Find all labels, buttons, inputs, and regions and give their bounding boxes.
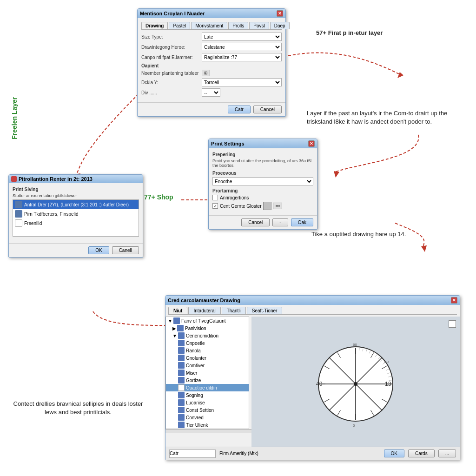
cad-inner: ▼ Fanv of TivegGataunt ▶ Panivision ▼ Oe…	[165, 317, 460, 451]
tree-gortize-icon	[178, 377, 185, 383]
tree-root[interactable]: ▼ Fanv of TivegGataunt	[166, 317, 249, 324]
tree-convred-icon	[178, 414, 185, 421]
close-btn-cad[interactable]: ✕	[451, 297, 457, 304]
div-select[interactable]: --	[202, 88, 220, 97]
pub-close-icon[interactable]	[11, 176, 17, 182]
minus-button[interactable]: -	[272, 218, 288, 226]
top-right-title: 57+ Firat p in-etur layer	[316, 29, 456, 37]
tab-drawing[interactable]: Drawing	[141, 22, 168, 29]
tree-panivision[interactable]: ▶ Panivision	[166, 324, 249, 332]
middle-green-label: 77+ Shop	[144, 193, 173, 202]
annrogertions-checkbox[interactable]	[212, 195, 218, 200]
preperiing-desc: Proid yoc send ui atter the promidoiting…	[212, 159, 313, 168]
cad-tab-niut[interactable]: Niut	[168, 307, 187, 314]
tree-comtiver[interactable]: Comtiver	[166, 362, 249, 369]
tree-ranola[interactable]: Ranola	[166, 347, 249, 354]
tree-luoariise[interactable]: Luoariise	[166, 399, 249, 406]
list-item-1[interactable]: Pirn Tkdfberters, Finspelid	[13, 209, 139, 218]
drawintegong-label: Drawintegong Heroe:	[141, 45, 202, 50]
cad-tab-seaft[interactable]: Seaft-Tioner	[247, 307, 283, 314]
color-swatch[interactable]	[263, 202, 271, 210]
top-right-body: Layer if the past an layut's ir the Com-…	[307, 109, 456, 126]
tab-pastel[interactable]: Pastel	[169, 22, 190, 29]
color-button[interactable]: ▪▪▪	[273, 203, 282, 209]
tree-gortize[interactable]: Gortize	[166, 377, 249, 384]
tree-sogning[interactable]: Sogning	[166, 391, 249, 399]
svg-marker-0	[397, 72, 403, 78]
tree-gnolunter[interactable]: Gnolunter	[166, 354, 249, 362]
proeovous-select[interactable]: Enoothe	[212, 177, 313, 185]
checkbox-annrogertions: Annrogertions	[212, 195, 313, 200]
status-input-catr[interactable]	[169, 450, 216, 458]
tab-povsl[interactable]: Povsl	[249, 22, 269, 29]
publication-footer: OK Canell	[9, 243, 143, 257]
tree-ouaotioe[interactable]: Ouaotioe dildin	[166, 384, 249, 391]
svg-text:40: 40	[384, 360, 389, 364]
close-btn-print-settings[interactable]: ✕	[308, 140, 315, 147]
cancel-button-mentor[interactable]: Cancel	[253, 106, 282, 113]
cad-statusbar: Firm Ameritiy (Mtk) OK Cards ...	[165, 447, 460, 460]
tree-onpoetle[interactable]: Onpoetle	[166, 339, 249, 347]
catr-button[interactable]: Catr	[228, 106, 251, 113]
publication-titlebar: Pitrollantion Renter in 2t: 2013	[9, 175, 143, 183]
tree-const[interactable]: Const Settion	[166, 406, 249, 414]
list-item-2[interactable]: Freenilid	[13, 218, 139, 228]
div-label: Div ......	[141, 90, 202, 95]
svg-marker-1	[334, 171, 339, 178]
cad-dialog: Cred carcolamauster Drawing ✕ Niut Intad…	[165, 295, 460, 460]
list-item-0[interactable]: Antral Drer (2Yt), (Lurchter (3:1 201 :)…	[13, 200, 139, 209]
svg-text:0: 0	[353, 423, 355, 428]
tree-tier-icon	[178, 422, 185, 428]
proeovous-section: Proeovous	[212, 171, 313, 176]
cad-titlebar: Cred carcolamauster Drawing ✕	[165, 296, 460, 305]
cad-tabs: Niut Intaduteral Thantli Seaft-Tioner	[168, 307, 457, 315]
ellipsis-button[interactable]: ...	[438, 450, 456, 457]
tree-convred[interactable]: Convred	[166, 414, 249, 421]
prortarning-section: Prortarning	[212, 188, 313, 193]
tree-miser-icon	[178, 370, 185, 376]
mentor-tabs: Drawing Pastel Monvstament Prolls Povsl …	[141, 22, 282, 30]
canpo-select[interactable]: Ragllebalize :77	[202, 53, 282, 61]
tree-comtiver-icon	[178, 362, 185, 369]
print-slving-section: Print Slving	[13, 187, 139, 192]
mentor-dialog: Mentison Croylan I Nuader ✕ Drawing Past…	[137, 8, 286, 117]
canpo-label: Canpo ntl fpat E.lammer:	[141, 55, 202, 60]
print-subsection: Stotter ar excrentation gibllstdower	[13, 193, 139, 198]
status-firm: Firm Ameritiy (Mtk)	[219, 451, 258, 456]
cad-tab-thantli[interactable]: Thantli	[222, 307, 246, 314]
oak-button[interactable]: Oak	[291, 218, 313, 226]
cad-title: Cred carcolamauster Drawing	[168, 298, 240, 303]
canell-button[interactable]: Canell	[112, 246, 139, 254]
print-settings-dialog: Print Settings ✕ Preperiing Proid yoc se…	[208, 139, 317, 230]
item-icon-1	[15, 210, 22, 218]
cancel-button-print-settings[interactable]: Cancel	[241, 218, 270, 226]
tab-prolls[interactable]: Prolls	[228, 22, 248, 29]
cards-button[interactable]: Cards	[408, 450, 435, 457]
print-settings-title: Print Settings	[211, 141, 245, 146]
svg-point-35	[354, 382, 357, 386]
drawintegong-select[interactable]: Cslestane	[202, 43, 282, 51]
size-type-label: Size Type:	[141, 34, 202, 40]
cent-gernte-checkbox[interactable]: ✓	[212, 203, 218, 209]
tree-onpoetle-icon	[178, 340, 185, 346]
dckia-select[interactable]: Torrcell	[202, 78, 282, 86]
size-type-select[interactable]: Late	[202, 33, 282, 41]
tree-ouaotioe-icon	[178, 384, 185, 391]
ok-button-cad[interactable]: OK	[384, 450, 404, 457]
noember-label: Noember plantening tableer	[141, 71, 202, 76]
canvas-checkbox[interactable]	[449, 320, 456, 328]
tab-daep[interactable]: Daep	[270, 22, 290, 29]
item-label-0: Antral Drer (2Yt), (Lurchter (3:1 201 :)…	[24, 202, 129, 207]
close-btn-mentor[interactable]: ✕	[277, 10, 283, 17]
item-icon-2	[15, 219, 22, 227]
cad-tab-intaduteral[interactable]: Intaduteral	[188, 307, 220, 314]
tab-monvstament[interactable]: Monvstament	[191, 22, 227, 29]
tree-miser[interactable]: Miser	[166, 369, 249, 377]
tree-tier[interactable]: Tier Ulienk	[166, 421, 249, 429]
noember-button[interactable]: ⊞	[202, 70, 210, 76]
tree-oenen[interactable]: ▼ Oenenomidition	[166, 332, 249, 339]
svg-text:40: 40	[316, 381, 323, 387]
ok-button-publication[interactable]: OK	[88, 246, 109, 254]
publication-title: Pitrollantion Renter in 2t: 2013	[19, 176, 93, 182]
tree-luoariise-icon	[178, 399, 185, 406]
